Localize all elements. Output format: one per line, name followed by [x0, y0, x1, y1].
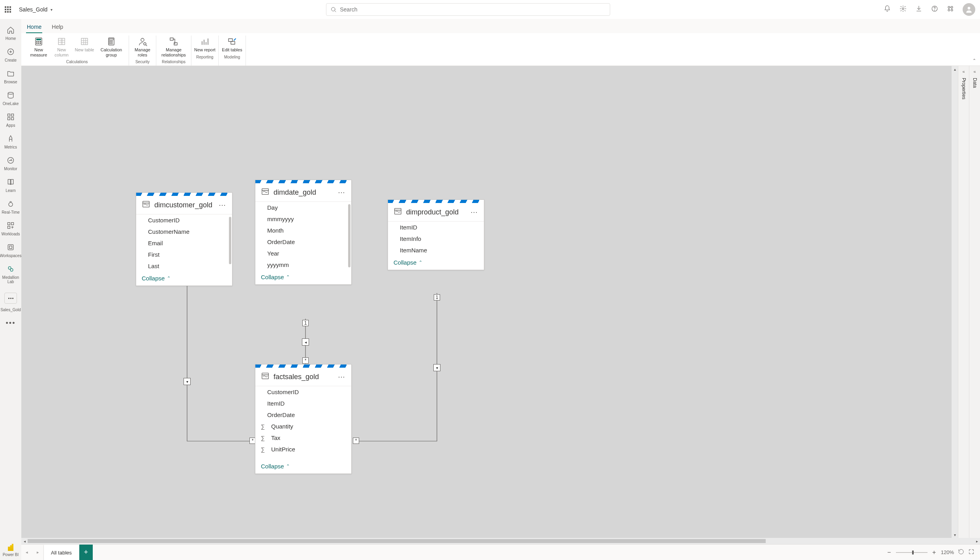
collapse-button[interactable]: Collapse⌃	[142, 275, 227, 282]
table-card-dimcustomer[interactable]: dimcustomer_gold ⋯ CustomerID CustomerNa…	[136, 192, 232, 286]
rail-home[interactable]: Home	[0, 23, 21, 43]
sigma-icon: ∑	[260, 446, 266, 453]
new-table-button: New table	[73, 36, 96, 58]
scroll-right-button[interactable]: ▸	[974, 538, 980, 544]
help-icon[interactable]	[931, 5, 938, 14]
horizontal-scrollbar[interactable]: ◂ ▸	[21, 538, 980, 544]
tab-nav-prev[interactable]: ◂	[21, 550, 32, 555]
table-more-icon[interactable]: ⋯	[338, 188, 346, 197]
manage-relationships-button[interactable]: Manage relationships	[159, 36, 189, 58]
field-item[interactable]: mmmyyyy	[255, 213, 351, 225]
svg-rect-44	[109, 41, 111, 42]
sigma-icon: ∑	[260, 423, 266, 430]
model-canvas[interactable]: 1 ▾ * 1 ◂ * 1 ▾ * dimcustomer_gold ⋯	[21, 66, 958, 538]
tab-all-tables[interactable]: All tables	[43, 545, 79, 560]
field-item[interactable]: ItemID	[388, 222, 484, 233]
rail-monitor[interactable]: Monitor	[0, 153, 21, 173]
fit-to-screen-icon[interactable]	[968, 549, 974, 556]
scrollbar-thumb[interactable]	[348, 204, 350, 267]
table-card-factsales[interactable]: factsales_gold ⋯ CustomerID ItemID Order…	[255, 364, 352, 474]
field-item[interactable]: OrderDate	[255, 409, 351, 421]
zoom-controls: − + 120%	[886, 549, 980, 556]
workspace-title[interactable]: Sales_Gold ▾	[19, 6, 52, 13]
field-item[interactable]: Day	[255, 202, 351, 213]
field-item[interactable]: Email	[136, 237, 232, 249]
collapse-button[interactable]: Collapse⌃	[261, 463, 346, 470]
field-item[interactable]: CustomerID	[136, 214, 232, 226]
field-item[interactable]: ∑UnitPrice	[255, 443, 351, 455]
manage-roles-button[interactable]: Manage roles	[131, 36, 154, 58]
download-icon[interactable]	[915, 5, 922, 14]
table-card-dimproduct[interactable]: dimproduct_gold ⋯ ItemID ItemInfo ItemNa…	[388, 199, 484, 270]
collapse-button[interactable]: Collapse⌃	[393, 259, 478, 266]
rail-metrics[interactable]: Metrics	[0, 132, 21, 152]
field-item[interactable]: ItemID	[255, 398, 351, 409]
scroll-down-button[interactable]: ▾	[952, 532, 958, 538]
rail-powerbi[interactable]: Power BI	[3, 544, 19, 557]
rail-medallion-lab[interactable]: Medallion Lab	[0, 262, 21, 286]
ribbon-collapse-icon[interactable]: ⌃	[973, 58, 976, 63]
svg-point-5	[948, 6, 950, 8]
properties-pane-tab[interactable]: « Properties	[958, 66, 969, 538]
rail-onelake[interactable]: OneLake	[0, 88, 21, 108]
search-box[interactable]	[326, 3, 610, 16]
field-item[interactable]: ItemInfo	[388, 233, 484, 244]
field-item[interactable]: ∑Tax	[255, 432, 351, 443]
svg-rect-14	[8, 118, 10, 120]
rail-more[interactable]: •••	[6, 319, 16, 327]
notifications-icon[interactable]	[884, 5, 891, 14]
table-card-dimdate[interactable]: dimdate_gold ⋯ Day mmmyyyy Month OrderDa…	[255, 180, 352, 285]
search-input[interactable]	[340, 6, 606, 13]
table-more-icon[interactable]: ⋯	[219, 201, 227, 209]
scroll-track[interactable]	[28, 539, 974, 543]
zoom-out-button[interactable]: −	[886, 549, 892, 556]
field-item[interactable]: First	[136, 249, 232, 260]
rail-create[interactable]: Create	[0, 45, 21, 65]
zoom-thumb[interactable]	[912, 551, 914, 554]
field-item[interactable]: ItemName	[388, 244, 484, 256]
field-item[interactable]: CustomerID	[255, 386, 351, 398]
rail-sales-gold[interactable]: Sales_Gold	[0, 288, 21, 314]
add-tab-button[interactable]: +	[79, 545, 93, 560]
field-item[interactable]: Month	[255, 225, 351, 236]
tab-help[interactable]: Help	[51, 21, 64, 33]
svg-point-7	[948, 9, 950, 11]
rail-learn[interactable]: Learn	[0, 175, 21, 195]
workspace-title-text: Sales_Gold	[19, 6, 47, 13]
settings-icon[interactable]	[899, 5, 907, 14]
edit-tables-button[interactable]: Edit tables	[221, 36, 243, 53]
user-avatar[interactable]	[963, 3, 975, 16]
rail-workspaces[interactable]: Workspaces	[0, 240, 21, 260]
data-pane-tab[interactable]: « Data	[969, 66, 980, 538]
scroll-thumb[interactable]	[28, 539, 766, 543]
vertical-scrollbar[interactable]: ▴ ▾	[952, 66, 958, 538]
calculation-group-button[interactable]: Calculation group	[96, 36, 126, 58]
zoom-reset-icon[interactable]	[958, 549, 964, 556]
table-more-icon[interactable]: ⋯	[470, 208, 478, 216]
app-launcher-icon[interactable]	[5, 6, 11, 13]
svg-point-17	[9, 203, 13, 207]
field-item[interactable]: Year	[255, 248, 351, 259]
tab-nav-next[interactable]: ▸	[32, 550, 43, 555]
collapse-button[interactable]: Collapse⌃	[261, 274, 346, 280]
table-more-icon[interactable]: ⋯	[338, 372, 346, 381]
rail-apps[interactable]: Apps	[0, 110, 21, 130]
field-item[interactable]: yyyymm	[255, 259, 351, 271]
svg-rect-60	[143, 201, 150, 207]
scrollbar-thumb[interactable]	[229, 217, 231, 264]
rail-workloads[interactable]: Workloads	[0, 218, 21, 239]
new-measure-button[interactable]: New measure	[28, 36, 50, 58]
field-item[interactable]: Last	[136, 260, 232, 272]
field-item[interactable]: CustomerName	[136, 226, 232, 237]
field-item[interactable]: OrderDate	[255, 236, 351, 248]
field-item[interactable]: ∑Quantity	[255, 421, 351, 432]
scroll-up-button[interactable]: ▴	[952, 66, 958, 72]
scroll-left-button[interactable]: ◂	[21, 538, 28, 544]
rail-browse[interactable]: Browse	[0, 66, 21, 86]
zoom-in-button[interactable]: +	[931, 549, 937, 556]
tab-home[interactable]: Home	[26, 21, 42, 33]
new-report-button[interactable]: New report	[194, 36, 216, 53]
zoom-slider[interactable]	[896, 552, 928, 553]
rail-realtime[interactable]: Real-Time	[0, 197, 21, 217]
feedback-icon[interactable]	[947, 5, 954, 14]
